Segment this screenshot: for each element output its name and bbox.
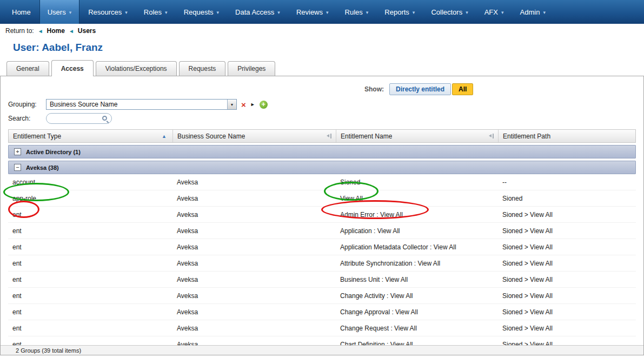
column-header-label: Entitlement Type xyxy=(13,133,61,140)
table-cell: Sioned > View All xyxy=(498,292,636,300)
nav-item-users[interactable]: Users▾ xyxy=(39,0,79,24)
table-cell: View All xyxy=(336,195,498,202)
sort-ascending-icon: ▲ xyxy=(162,134,167,139)
group-row-aveksa-38[interactable]: −Aveksa (38) xyxy=(8,161,636,174)
nav-item-rules[interactable]: Rules▾ xyxy=(337,0,376,24)
tab-privileges[interactable]: Privileges xyxy=(228,61,275,76)
search-icon[interactable] xyxy=(102,116,107,121)
table-cell: ent xyxy=(8,243,172,251)
chevron-down-icon: ▾ xyxy=(277,10,280,15)
table-cell: Aveksa xyxy=(172,227,336,235)
nav-item-collectors[interactable]: Collectors▾ xyxy=(423,0,475,24)
chevron-down-icon: ▾ xyxy=(217,10,220,15)
table-cell: Application Metadata Collector : View Al… xyxy=(336,243,498,251)
chevron-down-icon: ▾ xyxy=(125,10,128,15)
show-option-directly-entitled[interactable]: Directly entitled xyxy=(389,83,451,95)
table-row[interactable]: accountAveksaSioned-- xyxy=(8,174,636,190)
table-row[interactable]: entAveksaApplication Metadata Collector … xyxy=(8,239,636,255)
table-cell: account xyxy=(8,178,172,186)
table-header: Entitlement Type▲Business Source NameEnt… xyxy=(8,129,636,143)
group-row-active-directory-1[interactable]: +Active Directory (1) xyxy=(8,145,636,158)
page-title: User: Aabel, Franz xyxy=(13,42,644,54)
column-menu-icon[interactable] xyxy=(326,133,331,139)
content-panel: Show: Directly entitledAll Grouping: Bus… xyxy=(0,76,644,355)
table-cell: Change Activity : View All xyxy=(336,292,498,300)
table-cell: Aveksa xyxy=(172,211,336,219)
table-row[interactable]: app-roleAveksaView AllSioned xyxy=(8,190,636,207)
return-to-label: Return to: xyxy=(5,27,34,35)
table-row[interactable]: entAveksaAttribute Synchronization : Vie… xyxy=(8,255,636,272)
nav-item-reviews[interactable]: Reviews▾ xyxy=(289,0,336,24)
nav-item-resources[interactable]: Resources▾ xyxy=(81,0,135,24)
nav-item-admin[interactable]: Admin▾ xyxy=(513,0,553,24)
search-label: Search: xyxy=(8,115,42,122)
table-cell: ent xyxy=(8,276,172,283)
table-cell: Aveksa xyxy=(172,260,336,267)
table-cell: ent xyxy=(8,227,172,235)
chevron-down-icon: ▾ xyxy=(466,10,468,15)
table-cell: Aveksa xyxy=(172,276,336,283)
grouping-select[interactable]: Business Source Name ▼ xyxy=(46,99,237,110)
table-cell: ent xyxy=(8,260,172,267)
table-cell: Aveksa xyxy=(172,308,336,316)
column-header-entitlement-type[interactable]: Entitlement Type▲ xyxy=(9,130,173,142)
show-options: Directly entitledAll xyxy=(389,83,473,95)
breadcrumb-link-home[interactable]: Home xyxy=(47,27,65,35)
group-label: Aveksa (38) xyxy=(26,164,59,171)
show-row: Show: Directly entitledAll xyxy=(364,83,473,95)
column-header-business-source-name[interactable]: Business Source Name xyxy=(173,130,336,142)
table-cell: Aveksa xyxy=(172,178,336,186)
toolbar: Show: Directly entitledAll Grouping: Bus… xyxy=(1,76,643,129)
nav-item-label: Data Access xyxy=(235,8,274,16)
column-header-entitlement-name[interactable]: Entitlement Name xyxy=(336,130,499,142)
show-option-all[interactable]: All xyxy=(452,83,473,95)
column-header-label: Entitlement Path xyxy=(503,133,550,140)
tab-access[interactable]: Access xyxy=(51,60,94,76)
table-row[interactable]: entAveksaChange Approval : View AllSione… xyxy=(8,304,636,320)
remove-grouping-icon[interactable]: × xyxy=(241,101,246,109)
nav-item-requests[interactable]: Requests▾ xyxy=(176,0,227,24)
table-cell: Sioned > View All xyxy=(498,211,636,219)
tab-requests[interactable]: Requests xyxy=(179,61,226,76)
chevron-down-icon: ▾ xyxy=(326,10,329,15)
nav-item-roles[interactable]: Roles▾ xyxy=(136,0,175,24)
table-cell: ent xyxy=(8,308,172,316)
table-row[interactable]: entAveksaChange Activity : View AllSione… xyxy=(8,288,636,304)
table-row[interactable]: entAveksaChange Request : View AllSioned… xyxy=(8,320,636,336)
tab-general[interactable]: General xyxy=(6,61,49,76)
expand-icon[interactable]: + xyxy=(14,148,21,155)
tab-bar: GeneralAccessViolations/ExceptionsReques… xyxy=(0,60,644,76)
table-cell: Sioned > View All xyxy=(498,227,636,235)
grouping-dropdown-button[interactable]: ▼ xyxy=(227,100,236,109)
table-cell: -- xyxy=(498,178,636,186)
table-row[interactable]: entAveksaApplication : View AllSioned > … xyxy=(8,223,636,239)
breadcrumb-link-users[interactable]: Users xyxy=(78,27,96,35)
table-cell: Sioned xyxy=(498,195,636,202)
nav-item-data-access[interactable]: Data Access▾ xyxy=(228,0,288,24)
breadcrumb-links: ◄Home◄Users xyxy=(38,27,96,35)
nav-item-afx[interactable]: AFX▾ xyxy=(477,0,512,24)
collapse-icon[interactable]: − xyxy=(14,164,21,171)
table-cell: app-role xyxy=(8,195,172,202)
table-cell: Admin Error : View All xyxy=(336,211,498,219)
table-row[interactable]: entAveksaAdmin Error : View AllSioned > … xyxy=(8,207,636,223)
table-cell: Sioned > View All xyxy=(498,325,636,332)
plus-glyph: + xyxy=(262,101,265,108)
table-cell: Change Approval : View All xyxy=(336,308,498,316)
nav-item-label: Home xyxy=(12,8,31,16)
table-cell: Aveksa xyxy=(172,292,336,300)
nav-item-label: Roles xyxy=(144,8,162,16)
table-row[interactable]: entAveksaBusiness Unit : View AllSioned … xyxy=(8,272,636,288)
column-header-entitlement-path[interactable]: Entitlement Path xyxy=(499,130,635,142)
table-cell: Sioned xyxy=(336,178,498,186)
grouping-selected-value: Business Source Name xyxy=(47,101,227,108)
add-grouping-icon[interactable]: + xyxy=(260,101,268,109)
apply-grouping-icon[interactable]: ► xyxy=(250,102,255,107)
nav-item-home[interactable]: Home xyxy=(4,0,38,24)
tab-violations-exceptions[interactable]: Violations/Exceptions xyxy=(96,61,177,76)
nav-item-reports[interactable]: Reports▾ xyxy=(377,0,422,24)
nav-item-label: Collectors xyxy=(431,8,462,16)
chevron-down-icon: ▾ xyxy=(413,10,415,15)
breadcrumb-arrow-icon: ◄ xyxy=(38,28,43,34)
column-menu-icon[interactable] xyxy=(488,133,494,139)
